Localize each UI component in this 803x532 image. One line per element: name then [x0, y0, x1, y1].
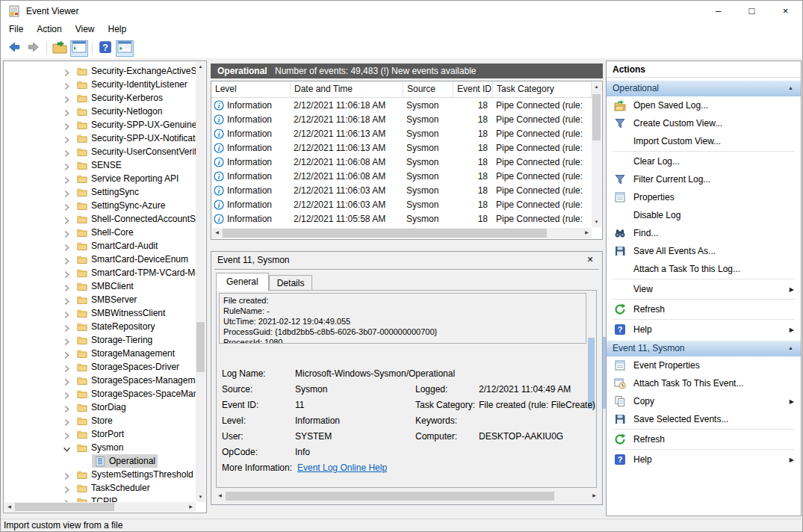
tree-item-body[interactable]: Security-SPP-UX-GenuineCer — [74, 118, 196, 132]
tree-item-body[interactable]: SMBServer — [74, 293, 139, 306]
event-row[interactable]: iInformation2/12/2021 11:06:08 AMSysmon1… — [211, 169, 592, 183]
tree-item-body[interactable]: SmartCard-DeviceEnum — [74, 253, 190, 266]
tree-item-settingsync-azure[interactable]: SettingSync-Azure — [4, 199, 196, 212]
action-filter-current-log[interactable]: Filter Current Log... — [607, 170, 801, 188]
chevron-right-icon[interactable] — [63, 228, 71, 236]
chevron-right-icon[interactable] — [63, 214, 71, 223]
tree-item-taskscheduler[interactable]: TaskScheduler — [4, 481, 196, 495]
list-horizontal-scrollbar[interactable]: ◀ ▶ — [212, 228, 592, 238]
chevron-right-icon[interactable] — [63, 295, 71, 303]
action-import-custom-view[interactable]: Import Custom View... — [607, 132, 801, 150]
menu-view[interactable]: View — [69, 22, 102, 37]
help-toolbar-button[interactable]: ? — [96, 40, 114, 57]
event-row[interactable]: iInformation2/12/2021 11:06:08 AMSysmon1… — [211, 155, 592, 169]
event-description[interactable]: File created:RuleName: -UtcTime: 2021-02… — [219, 293, 586, 344]
tree-item-body[interactable]: StorageSpaces-Driver — [74, 360, 182, 374]
chevron-right-icon[interactable] — [63, 362, 71, 371]
tree-item-body[interactable]: TaskScheduler — [74, 481, 152, 495]
tree-item-body[interactable]: StorageManagement — [74, 347, 177, 360]
chevron-right-icon[interactable] — [63, 241, 71, 250]
tree-item-body[interactable]: SettingSync — [74, 185, 141, 199]
tree-item-smartcard-tpm-vcard-mod[interactable]: SmartCard-TPM-VCard-Mod — [4, 266, 196, 279]
chevron-right-icon[interactable] — [63, 389, 71, 398]
tree-item-body[interactable]: StorageSpaces-SpaceManage — [74, 387, 196, 400]
tree-item-body[interactable]: SENSE — [74, 158, 124, 172]
chevron-right-icon[interactable] — [63, 161, 71, 169]
scroll-right-arrow[interactable]: ▶ — [186, 502, 196, 512]
scroll-right-arrow[interactable]: ▶ — [589, 491, 599, 501]
tree-item-settingsync[interactable]: SettingSync — [4, 185, 196, 199]
action-create-custom-view[interactable]: Create Custom View... — [607, 114, 801, 132]
chevron-right-icon[interactable] — [63, 188, 71, 196]
action-attach-a-task-to-this-log[interactable]: Attach a Task To this Log... — [607, 260, 801, 278]
chevron-right-icon[interactable] — [63, 376, 71, 384]
tree-item-smartcard-deviceenum[interactable]: SmartCard-DeviceEnum — [4, 253, 196, 266]
tree-item-body[interactable]: Security-Netlogon — [74, 105, 164, 118]
event-row[interactable]: iInformation2/12/2021 11:05:58 AMSysmon1… — [211, 211, 592, 226]
tree-item-body[interactable]: Storage-Tiering — [74, 333, 155, 347]
tree-item-storagespaces-driver[interactable]: StorageSpaces-Driver — [4, 360, 196, 374]
close-icon[interactable]: × — [584, 253, 596, 265]
tree-item-security-identitylistener[interactable]: Security-IdentityListener — [4, 78, 196, 91]
action-attach-task-to-this-event[interactable]: Attach Task To This Event... — [607, 374, 801, 392]
tree-item-systemsettingsthreshold[interactable]: SystemSettingsThreshold — [4, 468, 196, 481]
tree-item-smartcard-audit[interactable]: SmartCard-Audit — [4, 239, 196, 253]
tree-item-body[interactable]: Security-SPP-UX-Notification — [74, 132, 196, 145]
tree-item-security-spp-ux-genuinecer[interactable]: Security-SPP-UX-GenuineCer — [4, 118, 196, 132]
menu-help[interactable]: Help — [102, 22, 134, 37]
action-save-selected-events[interactable]: Save Selected Events... — [607, 410, 801, 428]
action-find[interactable]: Find... — [607, 224, 801, 242]
tree-item-body[interactable]: StorDiag — [74, 400, 128, 414]
show-console-tree-button[interactable] — [70, 40, 88, 57]
tab-general[interactable]: General — [216, 273, 269, 291]
action-disable-log[interactable]: Disable Log — [607, 206, 801, 224]
tree-item-body[interactable]: SMBClient — [74, 279, 136, 293]
collapse-caret-icon[interactable]: ▲ — [788, 345, 793, 350]
tree-item-body[interactable]: SmartCard-TPM-VCard-Mod — [74, 266, 196, 279]
chevron-right-icon[interactable] — [63, 470, 71, 478]
tree-item-storage-tiering[interactable]: Storage-Tiering — [4, 333, 196, 347]
tree-item-operational[interactable]: Operational — [4, 454, 196, 468]
chevron-right-icon[interactable] — [63, 255, 71, 263]
detail-vertical-scrollbar[interactable] — [587, 291, 595, 486]
list-hscroll-thumb[interactable] — [223, 229, 547, 238]
event-row[interactable]: iInformation2/12/2021 11:06:18 AMSysmon1… — [211, 112, 592, 126]
tree-item-security-netlogon[interactable]: Security-Netlogon — [4, 105, 196, 118]
action-properties[interactable]: Properties — [607, 188, 801, 206]
action-refresh[interactable]: Refresh — [607, 300, 801, 318]
scroll-down-arrow[interactable]: ▼ — [196, 492, 205, 502]
tree-item-security-spp-ux-notification[interactable]: Security-SPP-UX-Notification — [4, 132, 196, 145]
action-view[interactable]: View▶ — [607, 280, 801, 298]
import-custom-view-button[interactable] — [51, 40, 69, 57]
tree-item-storagemanagement[interactable]: StorageManagement — [4, 347, 196, 360]
tree-item-body[interactable]: StateRepository — [74, 320, 157, 333]
tree-item-smbwitnessclient[interactable]: SMBWitnessClient — [4, 306, 196, 320]
column-header-level[interactable]: Level — [211, 81, 291, 97]
action-help[interactable]: ?Help▶ — [607, 321, 801, 338]
tree-item-body[interactable]: Store — [74, 414, 115, 427]
chevron-right-icon[interactable] — [63, 66, 71, 75]
event-row[interactable]: iInformation2/12/2021 11:06:13 AMSysmon1… — [211, 140, 592, 155]
tree-item-service-reporting-api[interactable]: Service Reporting API — [4, 172, 196, 185]
tree-item-smbclient[interactable]: SMBClient — [4, 279, 196, 293]
action-refresh[interactable]: Refresh — [607, 430, 801, 448]
back-button[interactable] — [5, 40, 23, 57]
chevron-right-icon[interactable] — [63, 174, 71, 182]
tree-item-body[interactable]: SystemSettingsThreshold — [74, 468, 196, 481]
tree-item-shell-connectedaccountstat[interactable]: Shell-ConnectedAccountStat — [4, 212, 196, 226]
chevron-right-icon[interactable] — [63, 335, 71, 344]
tree-item-shell-core[interactable]: Shell-Core — [4, 226, 196, 239]
forward-button[interactable] — [25, 40, 43, 57]
collapse-caret-icon[interactable]: ▲ — [788, 85, 793, 90]
tree-item-tcpip[interactable]: TCPIP — [4, 495, 196, 502]
tree-item-sysmon[interactable]: Sysmon — [4, 441, 196, 454]
detail-horizontal-scrollbar[interactable]: ◀ ▶ — [215, 491, 599, 501]
scroll-left-arrow[interactable]: ◀ — [4, 502, 14, 512]
tree-item-storagespaces-management[interactable]: StorageSpaces-Management — [4, 374, 196, 387]
tree-item-security-userconsentverifier[interactable]: Security-UserConsentVerifier — [4, 145, 196, 158]
event-row[interactable]: iInformation2/12/2021 11:06:18 AMSysmon1… — [211, 98, 592, 112]
tree-item-storport[interactable]: StorPort — [4, 427, 196, 441]
chevron-right-icon[interactable] — [63, 201, 71, 209]
menu-action[interactable]: Action — [30, 22, 68, 37]
action-open-saved-log[interactable]: Open Saved Log... — [607, 96, 801, 114]
